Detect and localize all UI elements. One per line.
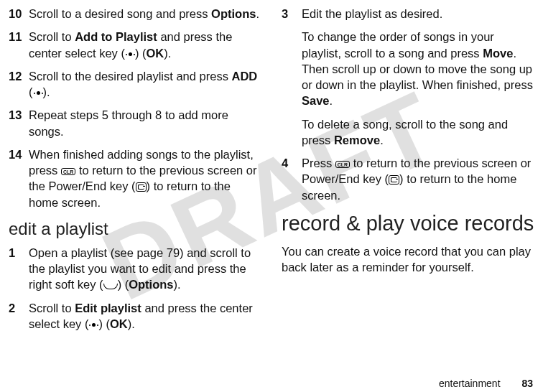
steps-group-a: 10Scroll to a desired song and press Opt… [9,6,261,210]
step-number: 11 [9,29,29,61]
ui-label: Options [211,7,256,20]
ui-label: Options [129,278,173,291]
text-run: Scroll to the desired playlist and press [29,70,231,83]
step-text: Scroll to the desired playlist and press… [29,68,261,101]
numbered-step: 1Open a playlist (see page 79) and scrol… [9,245,261,293]
text-run: Repeat steps 5 through 8 to add more son… [29,108,228,137]
steps-group-d: 4Press CLR to return to the previous scr… [282,155,534,203]
step-text: Scroll to a desired song and press Optio… [29,6,261,22]
numbered-step: 10Scroll to a desired song and press Opt… [9,6,261,22]
text-run: ). [174,278,181,291]
step-text: When finished adding songs to the playli… [29,146,261,210]
text-run: To delete a song, scroll to the song and… [302,118,508,146]
record-voice-heading: record & play voice records [282,210,534,236]
step-text: Repeat steps 5 through 8 to add more son… [29,107,261,139]
center-select-key-icon [125,51,135,58]
text-run: ) ( [135,47,147,60]
step-number: 10 [9,6,29,22]
step-number: 13 [9,107,29,139]
text-run: Scroll to [29,302,75,314]
text-run: ). [128,317,135,330]
clr-key-icon: CLR [61,168,75,175]
right-soft-key-icon [103,282,118,289]
paragraph-reorder: To change the order of songs in your pla… [302,29,534,108]
step-number: 1 [9,245,29,293]
numbered-step: 11Scroll to Add to Playlist and press th… [9,29,261,61]
page-content: 10Scroll to a desired song and press Opt… [0,0,543,373]
page-footer: entertainment 83 [439,378,533,389]
ui-label: OK [146,47,164,60]
step-number: 14 [9,146,29,210]
text-run: Scroll to a desired song and press [29,7,211,20]
ui-label: Move [483,47,513,60]
left-column: 10Scroll to a desired song and press Opt… [9,6,272,373]
steps-group-c: 3Edit the playlist as desired. [282,6,534,22]
step-number: 4 [282,155,302,203]
steps-group-b: 1Open a playlist (see page 79) and scrol… [9,245,261,332]
right-column: 3Edit the playlist as desired. To change… [272,6,534,373]
center-select-key-icon [88,322,98,329]
edit-playlist-heading: edit a playlist [9,219,261,239]
text-run: To change the order of songs in your pla… [302,30,494,59]
ui-label: Remove [334,134,380,146]
text-run: Edit the playlist as desired. [302,7,442,20]
text-run: ) ( [98,317,110,330]
numbered-step: 4Press CLR to return to the previous scr… [282,155,534,203]
step-text: Open a playlist (see page 79) and scroll… [29,245,261,293]
power-end-key-icon [389,175,399,185]
step-number: 2 [9,300,29,332]
footer-page-number: 83 [521,378,533,389]
ui-label: OK [110,317,128,330]
text-run: Press [302,157,335,169]
numbered-step: 12Scroll to the desired playlist and pre… [9,68,261,101]
step-number: 3 [282,6,302,22]
numbered-step: 13Repeat steps 5 through 8 to add more s… [9,107,261,139]
ui-label: Edit playlist [75,302,141,314]
text-run: . [330,94,333,107]
clr-key-icon: CLR [335,161,350,168]
text-run: Scroll to [29,30,75,43]
record-voice-body: You can create a voice record that you c… [282,243,534,276]
numbered-step: 3Edit the playlist as desired. [282,6,534,22]
step-text: Scroll to Edit playlist and press the ce… [29,300,261,332]
paragraph-delete: To delete a song, scroll to the song and… [302,116,534,149]
ui-label: ADD [231,70,257,83]
text-run: ). [43,85,50,98]
footer-section: entertainment [439,378,501,389]
text-run: . [256,7,259,20]
step-text: Press CLR to return to the previous scre… [302,155,534,203]
text-run: . [380,134,384,146]
step-text: Scroll to Add to Playlist and press the … [29,29,261,61]
text-run: ). [164,47,171,60]
numbered-step: 14When finished adding songs to the play… [9,146,261,210]
text-run: ) ( [118,278,129,291]
ui-label: Save [302,94,330,107]
ui-label: Add to Playlist [75,30,157,43]
center-select-key-icon [33,90,43,97]
power-end-key-icon [136,182,147,192]
step-text: Edit the playlist as desired. [302,6,534,22]
numbered-step: 2Scroll to Edit playlist and press the c… [9,300,261,332]
step-number: 12 [9,68,29,101]
